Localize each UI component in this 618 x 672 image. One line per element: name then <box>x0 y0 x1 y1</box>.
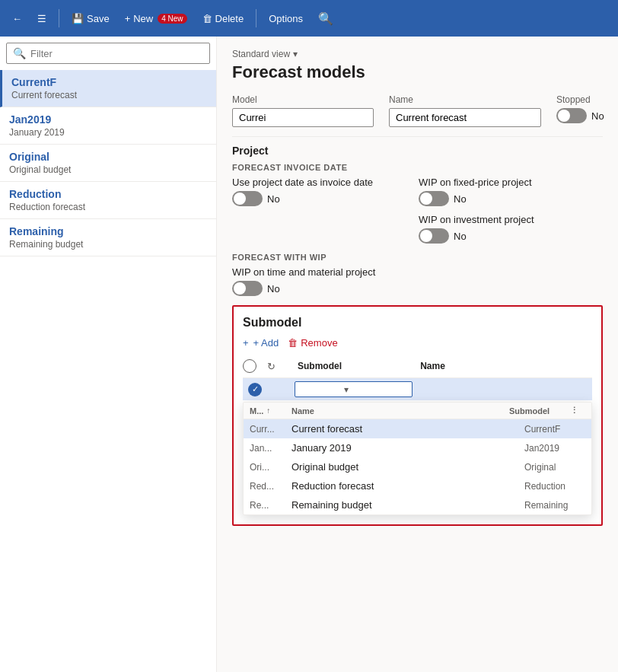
submodel-box: Submodel + + Add 🗑 Remove ↻ <box>232 305 603 526</box>
save-button[interactable]: 💾 Save <box>65 10 116 27</box>
popup-cell-sub-1: Jan2019 <box>524 443 585 454</box>
options-button[interactable]: Options <box>263 10 309 27</box>
delete-button[interactable]: 🗑 Delete <box>196 10 250 27</box>
invoice-date-toggle-row: No <box>232 191 373 206</box>
wip-investment-toggle-row: No <box>419 228 534 244</box>
popup-col-name: Name <box>291 406 509 416</box>
sidebar-item-remaining[interactable]: Remaining Remaining budget <box>0 219 216 256</box>
circle-outline-icon <box>243 359 256 373</box>
popup-row-jan2019[interactable]: Jan... January 2019 Jan2019 <box>244 438 591 457</box>
popup-cell-name-1: January 2019 <box>291 442 524 454</box>
submodel-input-dropdown[interactable]: ▾ <box>295 381 413 397</box>
submodel-table-header: ↻ Submodel Name <box>243 355 592 378</box>
popup-row-currentf[interactable]: Curr... Current forecast CurrentF <box>244 419 591 438</box>
forecast-wip-label: FORECAST WITH WIP <box>232 253 603 262</box>
stopped-label: Stopped <box>556 94 604 105</box>
sidebar-item-subtitle: Reduction forecast <box>9 202 207 212</box>
project-section-header: Project <box>232 136 603 163</box>
separator-2 <box>256 9 256 27</box>
sidebar-item-title: Remaining <box>9 225 207 237</box>
sidebar-item-reduction[interactable]: Reduction Reduction forecast <box>0 182 216 219</box>
popup-cell-sub-2: Original <box>524 462 585 473</box>
remove-icon: 🗑 <box>288 337 298 349</box>
refresh-col-header: ↻ <box>267 361 291 372</box>
submodel-col-header: Submodel <box>291 358 414 374</box>
sidebar-item-original[interactable]: Original Original budget <box>0 145 216 182</box>
search-icon: 🔍 <box>318 11 333 26</box>
popup-cell-sub-4: Remaining <box>524 500 585 511</box>
sidebar-item-jan2019[interactable]: Jan2019 January 2019 <box>0 107 216 145</box>
chevron-down-icon: ▾ <box>293 49 298 59</box>
popup-row-remaining[interactable]: Re... Remaining budget Remaining <box>244 495 591 514</box>
wip-fixed-toggle-row: No <box>419 191 534 206</box>
sidebar-item-currentf[interactable]: CurrentF Current forecast <box>0 70 216 107</box>
filter-icon: 🔍 <box>13 47 26 59</box>
model-input[interactable] <box>232 108 374 127</box>
stopped-field: Stopped No <box>556 94 604 123</box>
popup-row-original[interactable]: Ori... Original budget Original <box>244 457 591 476</box>
name-input[interactable] <box>389 108 541 127</box>
delete-icon: 🗑 <box>202 13 212 24</box>
wip-time-material-toggle-row: No <box>232 281 603 296</box>
filter-container: 🔍 <box>6 43 210 64</box>
wip-time-material-label: WIP on time and material project <box>232 266 603 278</box>
sidebar-item-title: CurrentF <box>11 76 207 88</box>
submodel-input-cell: ▾ <box>291 381 416 397</box>
sidebar: 🔍 CurrentF Current forecast Jan2019 Janu… <box>0 37 217 672</box>
submodel-data-row: ✓ ▾ <box>243 378 592 400</box>
name-col-header: Name <box>414 358 592 374</box>
stopped-toggle-row: No <box>556 108 604 123</box>
model-field: Model <box>232 94 374 127</box>
popup-cell-name-2: Original budget <box>291 461 524 473</box>
dropdown-arrow-icon[interactable]: ▾ <box>344 384 349 395</box>
popup-cell-sub-0: CurrentF <box>524 424 585 435</box>
stopped-value: No <box>591 110 604 122</box>
plus-icon: + <box>125 13 131 24</box>
popup-col-m: M... ↑ <box>250 406 291 416</box>
sidebar-item-title: Original <box>9 151 207 163</box>
remove-button[interactable]: 🗑 Remove <box>288 337 337 349</box>
new-button[interactable]: + New 4 New <box>119 10 193 27</box>
popup-header-row: M... ↑ Name Submodel ⋮ <box>244 403 591 419</box>
check-col-header <box>243 359 267 373</box>
new-badge: 4 New <box>158 14 186 24</box>
sidebar-item-subtitle: Original budget <box>9 164 207 175</box>
submodel-actions: + + Add 🗑 Remove <box>243 337 592 349</box>
refresh-icon: ↻ <box>267 361 276 372</box>
toolbar: ← ☰ 💾 Save + New 4 New 🗑 Delete Options … <box>0 0 618 37</box>
separator-1 <box>59 9 59 27</box>
popup-row-reduction[interactable]: Red... Reduction forecast Reduction <box>244 476 591 495</box>
wip-fixed-value: No <box>454 193 467 205</box>
wip-investment-label: WIP on investment project <box>419 214 534 225</box>
wip-fixed-label: WIP on fixed-price project <box>419 177 534 188</box>
filter-input[interactable] <box>30 48 203 59</box>
name-field: Name <box>389 94 541 127</box>
submodel-title: Submodel <box>243 316 592 330</box>
search-button[interactable]: 🔍 <box>312 8 339 29</box>
standard-view-dropdown[interactable]: Standard view ▾ <box>232 49 603 59</box>
wip-fixed-toggle[interactable] <box>419 191 449 206</box>
invoice-date-group: Use project date as invoice date No <box>232 177 373 206</box>
wip-time-material-toggle[interactable] <box>232 281 263 296</box>
add-icon: + <box>243 337 249 349</box>
wip-investment-toggle[interactable] <box>419 228 449 244</box>
sidebar-item-title: Jan2019 <box>9 113 207 126</box>
popup-col-submodel: Submodel <box>509 406 570 416</box>
back-button[interactable]: ← <box>6 10 28 27</box>
stopped-toggle[interactable] <box>556 108 587 123</box>
wip-fixed-group: WIP on fixed-price project No WIP on inv… <box>419 177 534 244</box>
popup-cell-name-4: Remaining budget <box>291 499 524 511</box>
sidebar-item-subtitle: Current forecast <box>11 90 207 100</box>
add-button[interactable]: + + Add <box>243 337 279 349</box>
popup-cell-name-3: Reduction forecast <box>291 480 524 492</box>
submodel-search-input[interactable] <box>298 384 344 395</box>
model-form-row: Model Name Stopped No <box>232 94 603 127</box>
invoice-date-value: No <box>267 193 280 205</box>
main-layout: 🔍 CurrentF Current forecast Jan2019 Janu… <box>0 37 618 672</box>
row-check-cell: ✓ <box>243 383 267 397</box>
popup-col-dots: ⋮ <box>570 406 585 416</box>
menu-button[interactable]: ☰ <box>31 10 53 27</box>
content-area: Standard view ▾ Forecast models Model Na… <box>217 37 618 672</box>
forecast-invoice-label: FORECAST INVOICE DATE <box>232 163 603 172</box>
invoice-date-toggle[interactable] <box>232 191 263 206</box>
